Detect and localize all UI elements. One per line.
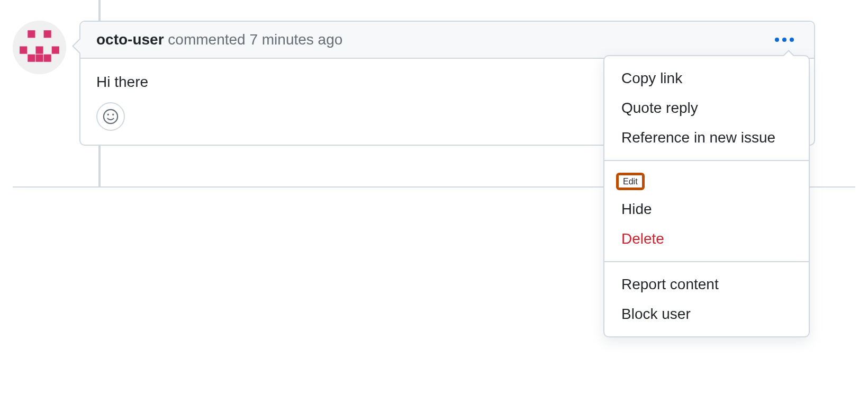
svg-point-10: [107, 114, 109, 115]
svg-point-9: [104, 110, 117, 123]
menu-block-user[interactable]: Block user: [604, 299, 809, 329]
svg-rect-4: [35, 46, 43, 54]
dropdown-section-3: Report content Block user: [604, 262, 809, 336]
kebab-icon: [782, 38, 786, 42]
smiley-icon: [103, 109, 119, 124]
menu-report-content[interactable]: Report content: [604, 270, 809, 299]
author-link[interactable]: octo-user: [96, 31, 164, 48]
menu-reference-new-issue[interactable]: Reference in new issue: [604, 123, 809, 153]
avatar[interactable]: [13, 21, 66, 74]
svg-rect-1: [28, 30, 35, 38]
menu-quote-reply[interactable]: Quote reply: [604, 93, 809, 123]
menu-edit[interactable]: Edit: [616, 173, 645, 190]
kebab-menu-button[interactable]: [771, 33, 798, 46]
kebab-icon: [790, 38, 794, 42]
dropdown-caret: [782, 50, 795, 56]
svg-rect-5: [52, 46, 59, 54]
comment-timestamp[interactable]: 7 minutes ago: [249, 31, 342, 48]
menu-copy-link[interactable]: Copy link: [604, 64, 809, 93]
svg-rect-2: [44, 30, 51, 38]
comment-action-text: commented 7 minutes ago: [168, 31, 342, 48]
menu-hide[interactable]: Hide: [604, 194, 809, 224]
comment-actions-dropdown: Copy link Quote reply Reference in new i…: [603, 55, 810, 337]
add-reaction-button[interactable]: [96, 102, 125, 131]
kebab-icon: [775, 38, 779, 42]
svg-rect-3: [20, 46, 27, 54]
svg-point-11: [112, 114, 114, 115]
svg-rect-8: [44, 55, 51, 62]
comment-header-text: octo-user commented 7 minutes ago: [96, 31, 342, 48]
dropdown-section-1: Copy link Quote reply Reference in new i…: [604, 56, 809, 160]
comment-text: Hi there: [96, 74, 148, 90]
avatar-identicon: [13, 21, 66, 74]
menu-delete[interactable]: Delete: [604, 224, 809, 254]
svg-rect-6: [28, 55, 35, 62]
dropdown-section-2: Edit Hide Delete: [604, 161, 809, 261]
comment-header: octo-user commented 7 minutes ago: [80, 22, 814, 59]
comment-caret: [72, 38, 80, 55]
svg-rect-7: [35, 55, 43, 62]
